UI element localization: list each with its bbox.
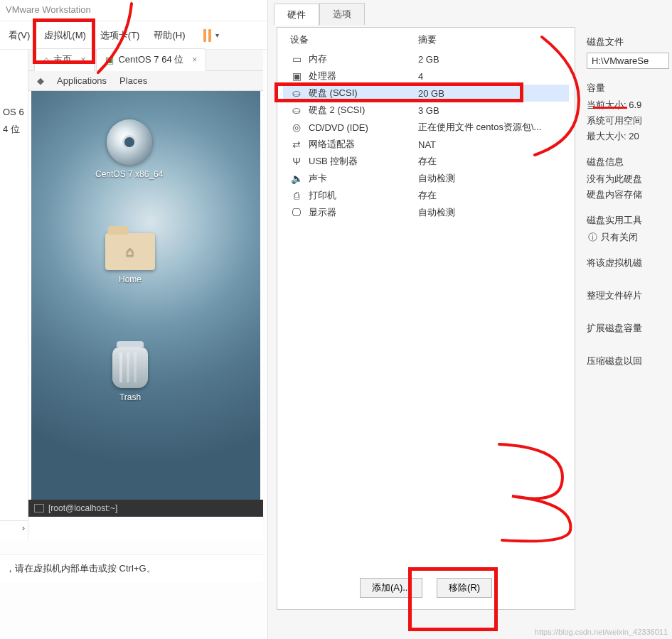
scroll-right-button[interactable]: ›: [0, 520, 28, 535]
gnome-taskbar: [root@localhost:~]: [28, 500, 263, 517]
vm-settings-dialog: 硬件 选项 设备 摘要 ▭内存2 GB▣处理器4⛀硬盘 (SCSI)20 GB⛀…: [267, 0, 672, 639]
utilities-label: 磁盘实用工具: [587, 214, 669, 227]
util-defrag: 整理文件碎片: [587, 289, 669, 302]
watermark: https://blog.csdn.net/weixin_42336011: [535, 628, 668, 636]
hardware-buttons: 添加(A)... 移除(R): [277, 578, 575, 598]
device-summary: 存在: [418, 155, 437, 168]
remove-button[interactable]: 移除(R): [437, 578, 492, 598]
hardware-row[interactable]: ◎CD/DVD (IDE)正在使用文件 centos资源包\...: [283, 119, 569, 136]
cpu-icon: ▣: [290, 70, 303, 82]
device-name: 硬盘 (SCSI): [309, 87, 358, 100]
tab-strip: ⌂ 主页 × ▣ CentOS 7 64 位 ×: [28, 50, 263, 71]
device-summary: 自动检测: [418, 206, 455, 219]
info-icon: ⓘ: [587, 231, 598, 244]
device-name: USB 控制器: [309, 155, 358, 168]
hardware-row[interactable]: 🔈声卡自动检测: [283, 170, 569, 187]
pause-icon[interactable]: ▾: [201, 29, 219, 42]
hardware-row[interactable]: ⛀硬盘 2 (SCSI)3 GB: [283, 102, 569, 119]
menu-view[interactable]: 看(V): [3, 25, 36, 46]
disk-info-2: 硬盘内容存储: [587, 188, 669, 201]
display-icon: 🖵: [290, 207, 303, 218]
left-item[interactable]: OS 6: [3, 107, 25, 117]
vm-view: ◆ Applications Places CentOS 7 x86_64 Ho…: [28, 71, 263, 540]
device-summary: 正在使用文件 centos资源包\...: [418, 121, 541, 134]
menu-help[interactable]: 帮助(H): [148, 25, 191, 46]
util-compress: 压缩磁盘以回: [587, 355, 669, 367]
device-name: 打印机: [309, 189, 336, 202]
vm-icon: ▣: [105, 55, 114, 65]
disk-info-label: 磁盘信息: [587, 156, 669, 168]
tab-hardware[interactable]: 硬件: [274, 4, 319, 26]
hardware-row[interactable]: ⛀硬盘 (SCSI)20 GB: [283, 85, 569, 102]
hint-text: ，请在虚拟机内部单击或按 Ctrl+G。: [0, 554, 263, 582]
hardware-row[interactable]: ⇄网络适配器NAT: [283, 136, 569, 153]
folder-icon: [105, 233, 155, 270]
trash-label: Trash: [112, 392, 148, 402]
device-name: 硬盘 2 (SCSI): [309, 104, 365, 117]
device-summary: 2 GB: [418, 54, 439, 65]
home-icon: ⌂: [43, 54, 49, 65]
gnome-applications[interactable]: Applications: [57, 75, 107, 86]
util-hint: ⓘ只有关闭: [587, 231, 669, 244]
device-summary: NAT: [418, 139, 436, 150]
disk-file-field[interactable]: H:\VMwareSe: [587, 53, 669, 69]
hardware-row[interactable]: 🖵显示器自动检测: [283, 204, 569, 221]
device-name: 显示器: [309, 206, 336, 219]
applications-icon: ◆: [37, 75, 44, 86]
current-size: 当前大小: 6.9: [587, 99, 669, 112]
terminal-icon[interactable]: [34, 504, 44, 512]
hardware-row[interactable]: ▣处理器4: [283, 68, 569, 85]
terminal-title[interactable]: [root@localhost:~]: [48, 503, 117, 513]
device-summary: 存在: [418, 189, 437, 202]
close-icon[interactable]: ×: [80, 55, 85, 65]
trash-desktop-icon[interactable]: Trash: [112, 347, 148, 402]
disc-icon: [107, 119, 152, 165]
chevron-down-icon[interactable]: ▾: [215, 31, 219, 39]
menu-tabs[interactable]: 选项卡(T): [95, 25, 146, 46]
header-device: 设备: [290, 33, 418, 46]
usb-icon: Ψ: [290, 156, 303, 167]
tab-home[interactable]: ⌂ 主页 ×: [34, 48, 95, 72]
disk-info-1: 没有为此硬盘: [587, 173, 669, 186]
hardware-header: 设备 摘要: [277, 28, 575, 50]
capacity-label: 容量: [587, 82, 669, 95]
device-summary: 3 GB: [418, 105, 439, 116]
disc-desktop-icon[interactable]: CentOS 7 x86_64: [95, 119, 163, 179]
device-name: CD/DVD (IDE): [309, 122, 368, 133]
hardware-row[interactable]: ΨUSB 控制器存在: [283, 153, 569, 170]
close-icon[interactable]: ×: [192, 55, 197, 65]
device-summary: 4: [418, 71, 423, 82]
tab-vm-label: CentOS 7 64 位: [118, 53, 183, 66]
device-summary: 自动检测: [418, 172, 455, 185]
device-name: 处理器: [309, 70, 336, 82]
hardware-row[interactable]: ⎙打印机存在: [283, 187, 569, 204]
add-button[interactable]: 添加(A)...: [360, 578, 422, 598]
cd-icon: ◎: [290, 122, 303, 133]
hardware-panel: 设备 摘要 ▭内存2 GB▣处理器4⛀硬盘 (SCSI)20 GB⛀硬盘 2 (…: [277, 27, 575, 610]
device-name: 网络适配器: [309, 138, 355, 151]
home-label: Home: [105, 274, 155, 284]
sound-icon: 🔈: [290, 173, 303, 184]
menu-vm[interactable]: 虚拟机(M): [38, 25, 92, 46]
network-icon: ⇄: [290, 139, 303, 150]
printer-icon: ⎙: [290, 190, 303, 201]
left-panel: OS 6 4 位 ›: [0, 50, 28, 540]
util-expand: 扩展磁盘容量: [587, 322, 669, 335]
vm-desktop[interactable]: CentOS 7 x86_64 Home Trash: [31, 91, 260, 500]
util-map: 将该虚拟机磁: [587, 257, 669, 269]
memory-icon: ▭: [290, 53, 303, 65]
settings-tabstrip: 硬件 选项: [268, 3, 672, 25]
gnome-top-bar: ◆ Applications Places: [28, 71, 263, 91]
tab-options[interactable]: 选项: [319, 3, 365, 25]
left-item[interactable]: 4 位: [3, 123, 25, 136]
tab-vm[interactable]: ▣ CentOS 7 64 位 ×: [96, 48, 206, 72]
max-size: 最大大小: 20: [587, 130, 669, 143]
header-summary: 摘要: [418, 33, 437, 46]
trash-icon: [112, 347, 148, 388]
disc-label: CentOS 7 x86_64: [95, 169, 163, 179]
home-desktop-icon[interactable]: Home: [105, 233, 155, 284]
disk-icon: ⛀: [290, 87, 303, 99]
disk-icon: ⛀: [290, 104, 303, 116]
gnome-places[interactable]: Places: [119, 75, 147, 86]
hardware-row[interactable]: ▭内存2 GB: [283, 50, 569, 68]
